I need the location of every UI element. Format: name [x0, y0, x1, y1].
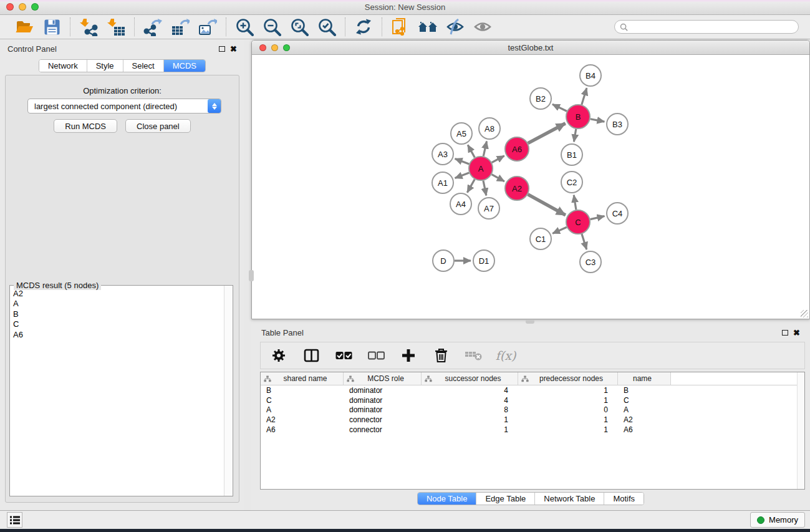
graph-node-B[interactable]: B	[566, 105, 590, 128]
window-resize-grip[interactable]	[801, 310, 808, 317]
result-item[interactable]: C	[13, 319, 221, 329]
graph-edge-B-B3[interactable]	[591, 119, 605, 122]
close-panel-button[interactable]: Close panel	[125, 119, 191, 133]
graph-node-A5[interactable]: A5	[451, 123, 472, 144]
graph-node-D[interactable]: D	[433, 250, 454, 271]
vertical-splitter-handle[interactable]	[249, 270, 254, 281]
table-row[interactable]: A6connector11A6	[261, 425, 804, 435]
graph-edge-A-A2[interactable]	[492, 175, 504, 181]
graph-node-B2[interactable]: B2	[530, 88, 551, 109]
tab-network-table[interactable]: Network Table	[534, 493, 604, 505]
search-input[interactable]	[631, 22, 793, 31]
memory-button[interactable]: Memory	[750, 512, 805, 528]
minimize-window-button[interactable]	[19, 3, 26, 11]
graph-edge-B-B4[interactable]	[582, 88, 587, 105]
graph-node-C2[interactable]: C2	[561, 172, 582, 193]
graph-edge-C-C3[interactable]	[582, 234, 587, 249]
refresh-button[interactable]	[353, 17, 374, 37]
graph-node-C3[interactable]: C3	[580, 251, 601, 273]
tab-node-table[interactable]: Node Table	[418, 493, 476, 505]
export-image-button[interactable]	[197, 17, 218, 37]
result-item[interactable]: B	[13, 309, 221, 319]
task-history-button[interactable]	[7, 512, 22, 528]
close-panel-icon[interactable]: ✖	[230, 45, 237, 53]
deselect-all-button[interactable]	[367, 346, 385, 365]
mcds-result-list[interactable]: A2ABCA6	[11, 287, 223, 495]
network-close-button[interactable]	[259, 44, 266, 51]
graph-node-D1[interactable]: D1	[473, 250, 494, 271]
column-header-successor-nodes[interactable]: successor nodes	[422, 372, 518, 385]
table-scrollbar[interactable]	[797, 372, 804, 489]
horizontal-splitter-handle[interactable]	[526, 319, 534, 324]
open-session-button[interactable]	[14, 17, 35, 37]
float-panel-icon[interactable]	[219, 46, 225, 52]
graph-node-B4[interactable]: B4	[580, 65, 601, 86]
run-mcds-button[interactable]: Run MCDS	[54, 119, 117, 133]
export-table-button[interactable]	[170, 17, 191, 37]
column-header-predecessor-nodes[interactable]: predecessor nodes	[518, 372, 618, 385]
show-eye-button[interactable]	[472, 17, 493, 37]
tab-edge-table[interactable]: Edge Table	[476, 493, 534, 505]
float-table-panel-icon[interactable]	[782, 330, 788, 336]
zoom-selected-button[interactable]	[316, 17, 337, 37]
tab-mcds[interactable]: MCDS	[163, 60, 205, 72]
zoom-fit-button[interactable]	[289, 17, 310, 37]
graph-edge-A-A1[interactable]	[455, 173, 470, 178]
graph-node-A6[interactable]: A6	[505, 137, 529, 161]
table-row[interactable]: Bdominator41B	[261, 385, 804, 395]
graph-edge-A-A4[interactable]	[467, 179, 475, 192]
select-all-button[interactable]	[334, 346, 353, 365]
graph-node-B3[interactable]: B3	[607, 114, 628, 135]
result-item[interactable]: A2	[13, 289, 221, 299]
search-field[interactable]	[614, 20, 799, 34]
tab-style[interactable]: Style	[87, 60, 123, 72]
zoom-window-button[interactable]	[31, 3, 39, 11]
graph-edge-C-C1[interactable]	[552, 227, 567, 233]
graph-edge-A-A8[interactable]	[483, 142, 486, 157]
import-table-button[interactable]	[105, 17, 127, 37]
column-header-name[interactable]: name	[618, 372, 671, 385]
table-row[interactable]: Cdominator41C	[261, 395, 804, 405]
table-settings-button[interactable]	[269, 346, 288, 365]
function-builder-button[interactable]: f(x)	[496, 346, 515, 365]
network-document-button[interactable]	[390, 17, 411, 37]
optimization-criterion-select[interactable]: largest connected component (directed)	[27, 99, 221, 114]
graph-node-A2[interactable]: A2	[505, 177, 529, 200]
graph-node-B1[interactable]: B1	[561, 144, 582, 165]
add-column-button[interactable]	[399, 346, 418, 365]
delete-column-button[interactable]	[432, 346, 450, 365]
graph-node-C[interactable]: C	[566, 210, 590, 234]
graph-edge-A6-B[interactable]	[528, 123, 566, 143]
graph-node-C1[interactable]: C1	[530, 228, 551, 249]
houses-button[interactable]	[417, 17, 438, 37]
graph-node-A3[interactable]: A3	[432, 143, 453, 165]
graph-node-A8[interactable]: A8	[479, 118, 500, 139]
graph-edge-B-B2[interactable]	[552, 104, 567, 111]
network-zoom-button[interactable]	[283, 44, 290, 51]
tab-motifs[interactable]: Motifs	[604, 493, 644, 505]
zoom-out-button[interactable]	[261, 17, 282, 37]
network-canvas[interactable]: AA1A2A3A4A5A6A7A8BB1B2B3B4CC1C2C3C4DD1	[252, 55, 809, 319]
network-window-titlebar[interactable]: testGlobe.txt	[252, 41, 809, 55]
graph-node-A4[interactable]: A4	[450, 193, 471, 215]
result-scrollbar[interactable]	[224, 286, 233, 496]
result-item[interactable]: A6	[13, 330, 221, 340]
table-row[interactable]: Adominator80A	[261, 405, 804, 415]
delete-table-button[interactable]	[464, 346, 483, 365]
graph-edge-A2-C[interactable]	[528, 195, 566, 215]
export-network-button[interactable]	[142, 17, 163, 37]
save-session-button[interactable]	[41, 17, 62, 37]
graph-edge-A-A3[interactable]	[455, 158, 470, 164]
import-network-button[interactable]	[78, 17, 99, 37]
close-window-button[interactable]	[6, 3, 14, 11]
graph-edge-A-A7[interactable]	[483, 181, 486, 196]
column-header-shared-name[interactable]: shared name	[261, 372, 344, 385]
graph-edge-C-C4[interactable]	[591, 216, 605, 220]
show-columns-button[interactable]	[302, 346, 321, 365]
graph-node-C4[interactable]: C4	[607, 203, 628, 224]
result-item[interactable]: A	[13, 299, 221, 309]
hide-eye-button[interactable]	[445, 17, 466, 37]
graph-edge-A-A6[interactable]	[492, 156, 504, 163]
table-row[interactable]: A2connector11A2	[261, 415, 804, 425]
column-header-mcds-role[interactable]: MCDS role	[344, 372, 422, 385]
